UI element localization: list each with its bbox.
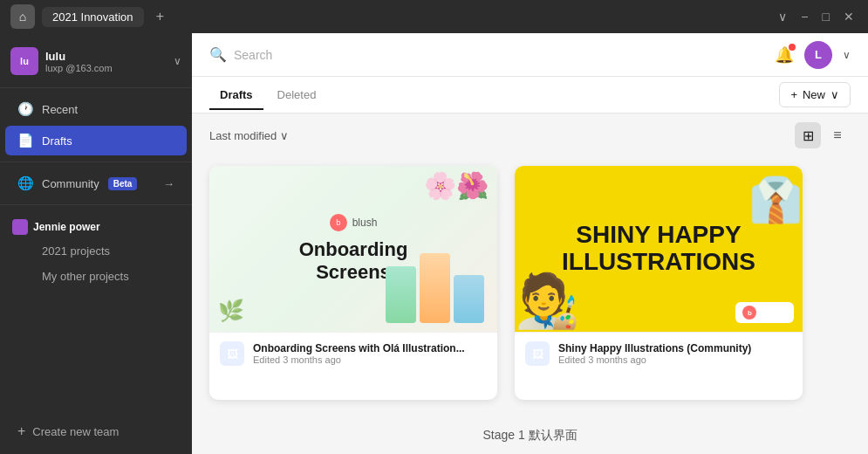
card-2-thumb-title: SHINY HAPPY ILLUSTRATIONS [562, 222, 755, 276]
tab-deleted-label: Deleted [277, 88, 317, 101]
card-2-footer: 🖼 Shiny Happy Illustrations (Community) … [515, 332, 803, 375]
tab-deleted[interactable]: Deleted [267, 81, 327, 110]
plus-icon: + [17, 423, 25, 439]
card-1-footer: 🖼 Onboarding Screens with Olá Illustrati… [209, 332, 497, 375]
sidebar-item-community[interactable]: 🌐 Community Beta → [5, 169, 187, 198]
maximize-icon[interactable]: □ [819, 6, 833, 27]
user-email: luxp @163.com [45, 63, 167, 73]
tab-drafts-label: Drafts [220, 88, 253, 101]
card-2-thumbnail: 🧑‍🎨 👔 SHINY HAPPY ILLUSTRATIONS b Blush [515, 166, 803, 332]
file-icon-2: 🖼 [532, 347, 543, 361]
view-toggles: ⊞ ≡ [795, 122, 851, 148]
content-header: 🔍 Search 🔔 L ∨ [192, 33, 868, 77]
list-view-button[interactable]: ≡ [824, 122, 851, 148]
blush-badge: b Blush [735, 302, 794, 323]
card-1-meta: Edited 3 months ago [253, 354, 487, 365]
mobile-screens-decoration [386, 253, 484, 323]
tab-drafts[interactable]: Drafts [209, 81, 263, 110]
section-label: Jennie power [33, 221, 100, 233]
blush-logo-label: blush [352, 217, 378, 229]
card-1-icon: 🖼 [220, 341, 244, 366]
minimize-icon[interactable]: − [797, 6, 811, 27]
sidebar-section-jennie: Jennie power [0, 210, 192, 238]
card-2-meta: Edited 3 months ago [558, 354, 792, 365]
plus-new-icon: + [790, 88, 797, 101]
sidebar-item-drafts[interactable]: 📄 Drafts [5, 126, 187, 155]
card-2-icon: 🖼 [525, 341, 550, 366]
beta-badge: Beta [108, 177, 138, 190]
content-area: 🔍 Search 🔔 L ∨ Drafts Deleted [192, 33, 868, 454]
list-icon: ≡ [833, 127, 841, 143]
avatar: lu [10, 47, 38, 75]
add-icon: + [156, 9, 164, 24]
grid-icon: ⊞ [803, 127, 814, 144]
sidebar-user[interactable]: lu lulu luxp @163.com ∨ [0, 40, 192, 82]
drafts-label: Drafts [42, 134, 72, 148]
sidebar: lu lulu luxp @163.com ∨ 🕐 Recent 📄 Draft… [0, 33, 192, 454]
mobile-screen-1 [386, 266, 416, 323]
stage-label-text: Stage 1 默认界面 [482, 428, 577, 442]
file-icon: 🖼 [227, 347, 238, 361]
create-new-team-button[interactable]: + Create new team [5, 416, 187, 446]
leaf-decoration: 🌿 [218, 299, 244, 323]
header-actions: 🔔 L ∨ [775, 41, 851, 69]
cards-grid: 🌸🌺 🌿 b blush Onboarding Screens [192, 157, 868, 417]
user-info: lulu luxp @163.com [45, 50, 167, 73]
blush-logo-row: b blush [299, 214, 408, 231]
avatar-letter: lu [20, 56, 29, 66]
user-avatar-header[interactable]: L [804, 41, 832, 69]
mobile-screen-2 [420, 253, 450, 323]
globe-icon: 🌐 [17, 175, 33, 191]
tabs-bar: Drafts Deleted + New ∨ [192, 77, 868, 114]
tab-label: 2021 Innovation [52, 10, 133, 24]
notification-button[interactable]: 🔔 [775, 45, 794, 65]
card-2[interactable]: 🧑‍🎨 👔 SHINY HAPPY ILLUSTRATIONS b Blush [515, 166, 803, 400]
card-1-title: Onboarding Screens with Olá Illustration… [253, 342, 487, 354]
sidebar-item-other-projects[interactable]: My other projects [5, 265, 187, 288]
avatar-letter-header: L [815, 48, 822, 61]
blush-badge-label: Blush [760, 307, 787, 318]
close-icon[interactable]: ✕ [840, 6, 858, 27]
main-layout: lu lulu luxp @163.com ∨ 🕐 Recent 📄 Draft… [0, 33, 868, 454]
notification-dot [789, 44, 796, 51]
team-icon [12, 219, 28, 235]
create-team-label: Create new team [32, 425, 119, 438]
window-controls: ∨ − □ ✕ [775, 6, 858, 27]
card-2-title: Shiny Happy Illustrations (Community) [558, 342, 792, 354]
new-button[interactable]: + New ∨ [779, 82, 851, 107]
subitem-1-label: 2021 projects [42, 244, 110, 258]
card-1[interactable]: 🌸🌺 🌿 b blush Onboarding Screens [209, 166, 497, 400]
sidebar-divider [0, 87, 192, 88]
document-icon: 📄 [17, 133, 33, 148]
current-tab[interactable]: 2021 Innovation [42, 7, 144, 27]
community-arrow-icon: → [163, 177, 174, 190]
sort-button[interactable]: Last modified ∨ [209, 129, 289, 142]
sidebar-item-2021-projects[interactable]: 2021 projects [5, 239, 187, 263]
new-label: New [803, 88, 825, 101]
subitem-2-label: My other projects [42, 270, 129, 283]
home-icon: ⌂ [19, 10, 26, 24]
toolbar: Last modified ∨ ⊞ ≡ [192, 114, 868, 157]
search-bar: 🔍 Search [209, 46, 761, 63]
username: lulu [45, 50, 167, 63]
chevron-down-icon[interactable]: ∨ [775, 6, 790, 27]
recent-label: Recent [42, 103, 78, 116]
card-1-thumbnail: 🌸🌺 🌿 b blush Onboarding Screens [209, 166, 497, 332]
new-chevron-icon: ∨ [830, 88, 839, 101]
sidebar-item-recent[interactable]: 🕐 Recent [5, 94, 187, 124]
search-icon: 🔍 [209, 46, 227, 63]
titlebar: ⌂ 2021 Innovation + ∨ − □ ✕ [0, 0, 868, 33]
search-input[interactable]: Search [234, 48, 272, 62]
sidebar-divider-3 [0, 204, 192, 205]
grid-view-button[interactable]: ⊞ [795, 122, 821, 148]
user-chevron-header-icon[interactable]: ∨ [843, 49, 851, 61]
stage-label: Stage 1 默认界面 [192, 417, 868, 454]
card-2-info: Shiny Happy Illustrations (Community) Ed… [558, 342, 792, 365]
user-chevron-icon: ∨ [174, 55, 181, 67]
blush-logo-icon: b [330, 214, 347, 231]
add-tab-button[interactable]: + [151, 7, 170, 26]
blush-badge-logo-icon: b [742, 306, 756, 320]
community-label: Community [42, 177, 99, 190]
flowers-decoration: 🌸🌺 [424, 170, 489, 201]
home-button[interactable]: ⌂ [10, 4, 35, 29]
